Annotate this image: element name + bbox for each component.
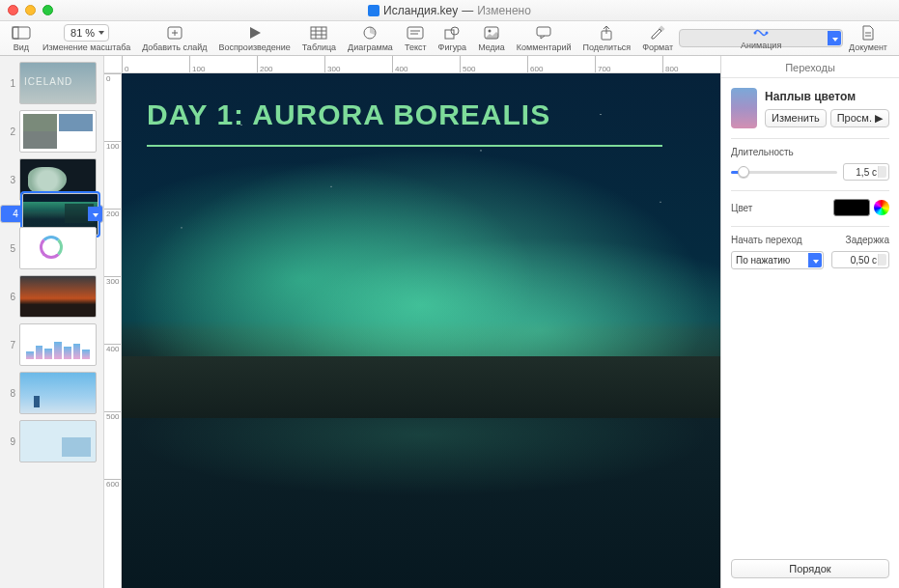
- slide-thumb-1[interactable]: 1 ICELAND: [0, 60, 103, 106]
- svg-rect-1: [13, 27, 18, 39]
- keynote-icon: [368, 5, 379, 16]
- horizontal-ruler: 0 100 200 300 400 500 600 700 800: [104, 56, 720, 73]
- main: 1 ICELAND 2 3 4 5 6 7 8: [0, 56, 899, 588]
- play-button[interactable]: Воспроизведение: [212, 24, 295, 52]
- format-button[interactable]: Формат: [636, 24, 679, 52]
- window-title: Исландия.key — Изменено: [0, 4, 899, 17]
- svg-rect-12: [407, 27, 423, 39]
- color-label: Цвет: [731, 203, 752, 213]
- canvas-area: 0 100 200 300 400 500 600 700 800 0 100 …: [104, 56, 720, 588]
- inspector-header: Переходы: [721, 56, 899, 78]
- vertical-ruler: 0 100 200 300 400 500 600: [104, 73, 122, 588]
- transition-swatch[interactable]: [731, 88, 757, 128]
- view-button[interactable]: Вид: [6, 24, 37, 52]
- svg-point-16: [451, 27, 459, 35]
- add-slide-button[interactable]: Добавить слайд: [136, 24, 212, 52]
- close-button[interactable]: [8, 5, 18, 15]
- change-transition-button[interactable]: Изменить: [765, 109, 827, 127]
- duration-label: Длительность: [731, 147, 889, 157]
- minimize-button[interactable]: [25, 5, 36, 15]
- media-button[interactable]: Медиа: [472, 24, 511, 52]
- slide-background-stars: [122, 73, 720, 588]
- maximize-button[interactable]: [42, 5, 53, 15]
- duration-slider[interactable]: [731, 171, 837, 174]
- slide-canvas[interactable]: DAY 1: AURORA BOREALIS: [122, 73, 720, 588]
- window-controls: [8, 5, 53, 15]
- slide-title-text[interactable]: DAY 1: AURORA BOREALIS: [147, 98, 550, 131]
- file-status: Изменено: [477, 4, 531, 17]
- start-transition-select[interactable]: По нажатию: [731, 251, 824, 269]
- slide-thumb-6[interactable]: 6: [0, 273, 103, 320]
- svg-point-23: [754, 32, 757, 35]
- transition-name: Наплыв цветом: [765, 90, 889, 103]
- color-well[interactable]: [833, 199, 870, 216]
- inspector-panel: Переходы Наплыв цветом Изменить Просм. ▶…: [720, 56, 899, 588]
- start-label: Начать переход: [731, 235, 824, 245]
- svg-rect-19: [537, 27, 550, 36]
- document-button[interactable]: Документ: [843, 24, 893, 52]
- titlebar: Исландия.key — Изменено: [0, 0, 899, 21]
- table-button[interactable]: Таблица: [296, 24, 342, 52]
- build-order-button[interactable]: Порядок: [731, 559, 889, 578]
- duration-stepper[interactable]: 1,5 с: [843, 163, 889, 181]
- toolbar: Вид 81 % Изменение масштаба Добавить сла…: [0, 21, 899, 56]
- slide-thumb-9[interactable]: 9: [0, 418, 103, 464]
- svg-rect-6: [311, 27, 326, 39]
- delay-stepper[interactable]: 0,50 с: [831, 251, 889, 268]
- color-picker-icon[interactable]: [874, 200, 889, 215]
- slide-thumb-8[interactable]: 8: [0, 370, 103, 416]
- slide-thumb-4[interactable]: 4: [0, 205, 103, 223]
- svg-point-18: [488, 30, 491, 33]
- chart-button[interactable]: Диаграмма: [342, 24, 399, 52]
- text-button[interactable]: Текст: [399, 24, 433, 52]
- file-name: Исландия.key: [383, 4, 458, 17]
- shape-button[interactable]: Фигура: [433, 24, 473, 52]
- svg-rect-0: [13, 27, 30, 39]
- svg-point-24: [766, 32, 769, 35]
- slide-navigator[interactable]: 1 ICELAND 2 3 4 5 6 7 8: [0, 56, 104, 588]
- comment-button[interactable]: Комментарий: [511, 24, 577, 52]
- slide-thumb-2[interactable]: 2: [0, 108, 103, 154]
- zoom-select[interactable]: 81 % Изменение масштаба: [37, 24, 136, 52]
- slide-thumb-7[interactable]: 7: [0, 322, 103, 368]
- delay-label: Задержка: [831, 235, 889, 245]
- slide-thumb-5[interactable]: 5: [0, 225, 103, 271]
- share-button[interactable]: Поделиться: [577, 24, 637, 52]
- slide-divider-line: [147, 145, 662, 147]
- animate-button[interactable]: Анимация: [679, 29, 843, 47]
- svg-rect-22: [659, 26, 664, 32]
- svg-marker-5: [250, 27, 261, 39]
- preview-transition-button[interactable]: Просм. ▶: [830, 109, 889, 127]
